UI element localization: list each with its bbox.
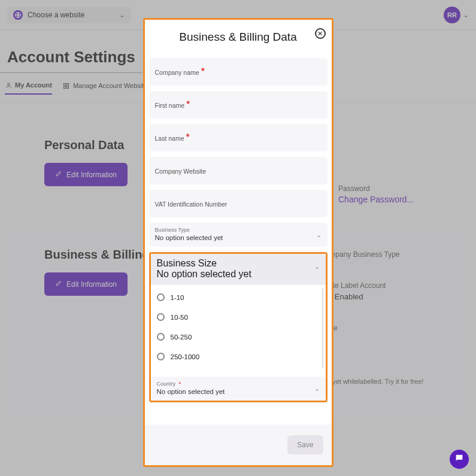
option-label: 1-10 xyxy=(171,294,184,301)
option-label: 50-250 xyxy=(171,333,192,341)
modal-header: Business & Billing Data ✕ xyxy=(145,20,332,58)
company-website-field[interactable]: Company Website xyxy=(149,157,328,184)
option-1-10[interactable]: 1-10 xyxy=(151,287,326,307)
close-button[interactable]: ✕ xyxy=(315,28,326,39)
field-label: First name xyxy=(155,102,185,109)
chevron-down-icon: ⌄ xyxy=(314,385,320,393)
required-indicator: * xyxy=(186,132,190,143)
required-indicator: * xyxy=(186,99,190,110)
field-label: Company name xyxy=(155,69,199,76)
company-name-field[interactable]: Company name* xyxy=(149,58,328,86)
chevron-up-icon: ⌃ xyxy=(314,266,320,274)
required-indicator: * xyxy=(201,66,205,77)
option-10-50[interactable]: 10-50 xyxy=(151,307,326,327)
first-name-field[interactable]: First name* xyxy=(149,91,328,119)
select-value: No option selected yet xyxy=(157,269,320,280)
save-button[interactable]: Save xyxy=(287,435,323,454)
field-label: VAT Identification Number xyxy=(155,201,228,208)
radio-icon xyxy=(157,293,165,301)
business-size-options: 1-10 10-50 50-250 250-1000 xyxy=(151,285,326,371)
business-size-highlight: Business Size No option selected yet ⌃ 1… xyxy=(149,252,328,402)
select-value: No option selected yet xyxy=(155,234,322,241)
vat-field[interactable]: VAT Identification Number xyxy=(149,190,328,217)
modal-body: Company name* First name* Last name* Com… xyxy=(145,58,332,410)
modal-footer: Save xyxy=(145,425,332,465)
modal-title: Business & Billing Data xyxy=(151,31,326,44)
business-size-select[interactable]: Business Size No option selected yet ⌃ xyxy=(151,254,326,285)
help-fab[interactable] xyxy=(450,450,469,469)
option-250-1000[interactable]: 250-1000 xyxy=(151,347,326,366)
required-indicator: * xyxy=(177,381,181,387)
business-billing-modal: Business & Billing Data ✕ Company name* … xyxy=(143,18,333,467)
select-label: Business Type xyxy=(155,227,322,233)
select-label: Country * xyxy=(157,381,320,387)
field-label: Last name xyxy=(155,135,184,142)
option-50-250[interactable]: 50-250 xyxy=(151,327,326,347)
option-label: 10-50 xyxy=(171,314,188,321)
close-icon: ✕ xyxy=(317,30,323,38)
chat-icon xyxy=(454,453,464,465)
radio-icon xyxy=(157,333,165,341)
select-value: No option selected yet xyxy=(157,388,320,395)
select-label: Business Size xyxy=(157,258,320,269)
option-label: 250-1000 xyxy=(171,353,200,360)
radio-icon xyxy=(157,353,165,360)
last-name-field[interactable]: Last name* xyxy=(149,124,328,151)
radio-icon xyxy=(157,313,165,321)
chevron-down-icon: ⌄ xyxy=(316,231,322,239)
country-select[interactable]: Country * No option selected yet ⌄ xyxy=(151,377,326,401)
business-type-select[interactable]: Business Type No option selected yet ⌄ xyxy=(149,223,328,247)
field-label: Company Website xyxy=(155,168,207,175)
